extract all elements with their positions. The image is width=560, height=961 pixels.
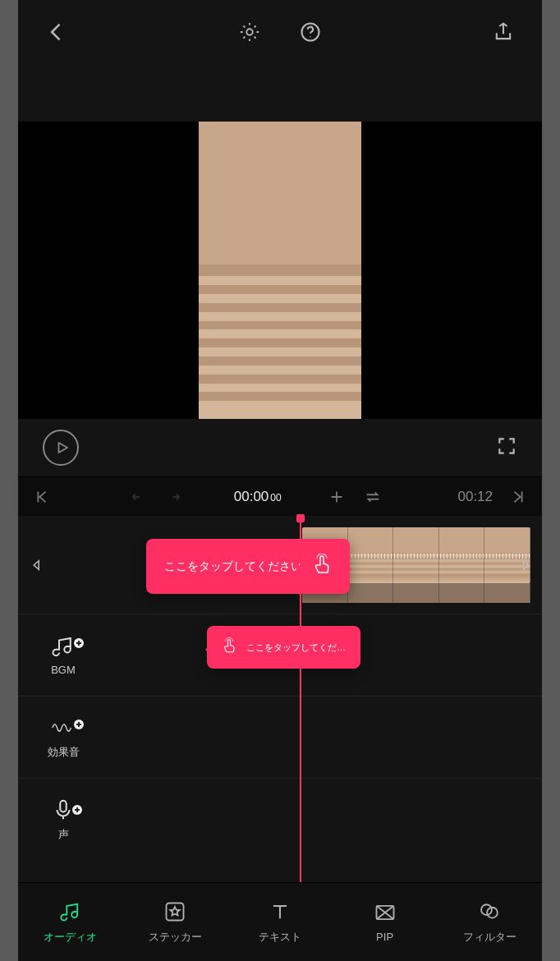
swap-button[interactable]: [362, 486, 383, 508]
redo-icon: [165, 488, 183, 506]
bgm-track-row: BGM ここをタップしてくだ…: [18, 614, 542, 697]
undo-button[interactable]: [127, 486, 149, 508]
play-icon: [55, 440, 70, 455]
sfx-add-button[interactable]: 効果音: [18, 697, 108, 778]
plus-icon: [328, 488, 346, 506]
redo-button[interactable]: [163, 486, 185, 508]
voice-track-row: 声: [18, 779, 542, 861]
bgm-track[interactable]: ここをタップしてくだ…: [108, 614, 542, 696]
nav-sticker-label: ステッカー: [149, 930, 202, 945]
svg-point-2: [310, 36, 310, 37]
export-button[interactable]: [489, 18, 517, 46]
clip-nav-right[interactable]: [514, 550, 537, 580]
music-icon: [51, 634, 76, 659]
voice-label: 声: [58, 827, 69, 842]
video-preview[interactable]: [18, 122, 542, 419]
tap-icon: [312, 554, 332, 579]
text-icon: [269, 900, 291, 923]
bgm-label: BGM: [51, 664, 76, 676]
hint-bubble-bgm-text: ここをタップしてくだ…: [246, 641, 346, 654]
svg-point-0: [246, 29, 252, 34]
nav-sticker[interactable]: ステッカー: [123, 883, 228, 961]
fullscreen-button[interactable]: [496, 435, 517, 460]
nav-text[interactable]: テキスト: [227, 883, 333, 961]
nav-pip-label: PIP: [376, 931, 393, 943]
help-icon: [299, 21, 322, 44]
export-icon: [492, 21, 515, 44]
filter-icon: [478, 900, 501, 923]
nav-text-label: テキスト: [259, 930, 301, 945]
back-button[interactable]: [43, 18, 71, 46]
gear-icon: [238, 21, 261, 44]
playhead[interactable]: [300, 516, 301, 882]
tap-icon: [222, 637, 236, 657]
clip-nav-left[interactable]: [18, 516, 56, 614]
undo-icon: [129, 488, 147, 506]
settings-button[interactable]: [236, 18, 264, 46]
tri-left-icon: [30, 558, 44, 572]
swap-icon: [364, 488, 382, 506]
sfx-label: 効果音: [48, 745, 80, 760]
sfx-track-row: 効果音: [18, 697, 542, 779]
timecode-total: 00:12: [457, 489, 493, 505]
nav-filter[interactable]: フィルター: [437, 883, 542, 961]
help-button[interactable]: [296, 18, 324, 46]
video-track[interactable]: ここをタップしてください: [56, 516, 542, 614]
timeline[interactable]: ここをタップしてください BGM: [18, 516, 542, 882]
skip-start-icon: [33, 488, 51, 506]
top-bar: [18, 0, 542, 64]
preview-frame: [199, 122, 361, 419]
bgm-add-button[interactable]: BGM: [18, 614, 108, 696]
music-icon: [59, 900, 82, 923]
play-button[interactable]: [43, 430, 79, 466]
timeline-header: 00:0000 00:12: [18, 476, 542, 516]
skip-end-button[interactable]: [507, 486, 529, 508]
timecode-current: 00:0000: [234, 489, 282, 505]
video-track-row: ここをタップしてください: [18, 516, 542, 614]
sfx-track[interactable]: [108, 697, 542, 778]
svg-rect-3: [60, 801, 67, 812]
voice-track[interactable]: [108, 779, 542, 861]
nav-filter-label: フィルター: [463, 930, 516, 945]
hint-bubble-bgm[interactable]: ここをタップしてくだ…: [207, 626, 360, 669]
add-button[interactable]: [326, 486, 347, 508]
app-window: 00:0000 00:12: [0, 0, 560, 961]
voice-add-button[interactable]: 声: [18, 779, 108, 861]
hint-bubble-video[interactable]: ここをタップしてください: [146, 539, 350, 594]
expand-icon: [496, 435, 517, 457]
plus-badge: [72, 805, 82, 815]
skip-start-button[interactable]: [31, 486, 53, 508]
star-box-icon: [163, 900, 186, 923]
bottom-nav: オーディオ ステッカー テキスト PIP フィルター: [18, 882, 542, 961]
nav-pip[interactable]: PIP: [333, 883, 438, 961]
hint-bubble-video-text: ここをタップしてください: [164, 559, 302, 574]
wave-icon: [51, 715, 76, 740]
preview-controls: [18, 419, 542, 476]
plus-badge: [74, 638, 84, 648]
pip-icon: [374, 901, 397, 924]
plus-badge: [74, 720, 84, 729]
tri-right-icon: [518, 558, 533, 572]
nav-audio-label: オーディオ: [44, 930, 97, 945]
nav-audio[interactable]: オーディオ: [18, 883, 123, 961]
back-icon: [45, 21, 68, 44]
skip-end-icon: [509, 488, 527, 506]
